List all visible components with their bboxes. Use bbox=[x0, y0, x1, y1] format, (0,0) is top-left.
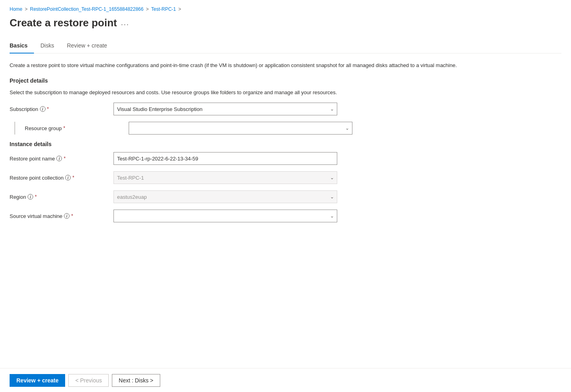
source-vm-group: Source virtual machine i * ⌄ bbox=[10, 210, 561, 222]
breadcrumb-collection[interactable]: RestorePointCollection_Test-RPC-1_165588… bbox=[30, 6, 143, 12]
source-vm-info-icon[interactable]: i bbox=[64, 213, 70, 219]
action-bar: Review + create < Previous Next : Disks … bbox=[0, 368, 571, 392]
restore-point-name-label-group: Restore point name i * bbox=[10, 156, 113, 162]
source-vm-label: Source virtual machine bbox=[10, 213, 62, 219]
resource-group-required: * bbox=[64, 125, 66, 131]
next-button[interactable]: Next : Disks > bbox=[112, 374, 160, 387]
breadcrumb-rpc[interactable]: Test-RPC-1 bbox=[151, 6, 176, 12]
source-vm-required: * bbox=[71, 213, 73, 219]
source-vm-select[interactable] bbox=[113, 210, 337, 222]
breadcrumb-sep-3: > bbox=[178, 6, 181, 12]
region-select[interactable]: eastus2euap bbox=[113, 190, 337, 203]
region-info-icon[interactable]: i bbox=[28, 194, 33, 200]
source-vm-select-wrapper: ⌄ bbox=[113, 210, 337, 222]
resource-group-label-group: Resource group * bbox=[25, 125, 129, 131]
tab-basics[interactable]: Basics bbox=[10, 39, 34, 53]
restore-point-name-required: * bbox=[64, 156, 66, 161]
tab-review-create[interactable]: Review + create bbox=[67, 39, 113, 53]
breadcrumb-home[interactable]: Home bbox=[10, 6, 22, 12]
breadcrumb-sep-2: > bbox=[146, 6, 149, 12]
page-description: Create a restore point to store virtual … bbox=[10, 61, 489, 69]
subscription-info-icon[interactable]: i bbox=[40, 106, 46, 112]
region-label-group: Region i * bbox=[10, 194, 113, 200]
resource-group-select-wrapper: ⌄ bbox=[129, 122, 352, 135]
region-label: Region bbox=[10, 194, 26, 200]
instance-details-header: Instance details bbox=[10, 141, 561, 147]
region-select-wrapper: eastus2euap ⌄ bbox=[113, 190, 337, 203]
project-sub-description: Select the subscription to manage deploy… bbox=[10, 89, 561, 97]
breadcrumb-sep-1: > bbox=[25, 6, 28, 12]
region-group: Region i * eastus2euap ⌄ bbox=[10, 190, 561, 203]
source-vm-label-group: Source virtual machine i * bbox=[10, 213, 113, 219]
page-title: Create a restore point bbox=[10, 17, 117, 29]
restore-point-collection-label: Restore point collection bbox=[10, 175, 64, 181]
restore-point-collection-group: Restore point collection i * Test-RPC-1 … bbox=[10, 171, 561, 184]
restore-point-collection-info-icon[interactable]: i bbox=[65, 175, 71, 180]
previous-button[interactable]: < Previous bbox=[68, 374, 109, 387]
resource-group-indent bbox=[14, 122, 15, 135]
resource-group-select[interactable] bbox=[129, 122, 352, 135]
region-required: * bbox=[35, 194, 37, 200]
page-title-menu[interactable]: ... bbox=[121, 19, 129, 27]
subscription-select[interactable]: Visual Studio Enterprise Subscription bbox=[113, 103, 337, 115]
tab-disks[interactable]: Disks bbox=[40, 39, 60, 53]
tab-bar: Basics Disks Review + create bbox=[10, 39, 561, 53]
review-create-button[interactable]: Review + create bbox=[10, 374, 65, 387]
breadcrumb: Home > RestorePointCollection_Test-RPC-1… bbox=[10, 6, 561, 12]
resource-group-label: Resource group bbox=[25, 125, 62, 131]
restore-point-collection-select-wrapper: Test-RPC-1 ⌄ bbox=[113, 171, 337, 184]
subscription-label: Subscription bbox=[10, 106, 38, 112]
restore-point-name-group: Restore point name i * bbox=[10, 152, 561, 165]
subscription-select-wrapper: Visual Studio Enterprise Subscription ⌄ bbox=[113, 103, 337, 115]
resource-group-row: Resource group * ⌄ bbox=[10, 122, 561, 135]
restore-point-collection-label-group: Restore point collection i * bbox=[10, 175, 113, 181]
subscription-label-group: Subscription i * bbox=[10, 106, 113, 112]
restore-point-name-info-icon[interactable]: i bbox=[56, 156, 62, 161]
restore-point-collection-required: * bbox=[72, 175, 74, 180]
restore-point-name-label: Restore point name bbox=[10, 156, 55, 162]
subscription-group: Subscription i * Visual Studio Enterpris… bbox=[10, 103, 561, 115]
restore-point-name-input[interactable] bbox=[113, 152, 337, 165]
project-details-header: Project details bbox=[10, 77, 561, 84]
subscription-required: * bbox=[47, 106, 49, 112]
restore-point-collection-select[interactable]: Test-RPC-1 bbox=[113, 171, 337, 184]
